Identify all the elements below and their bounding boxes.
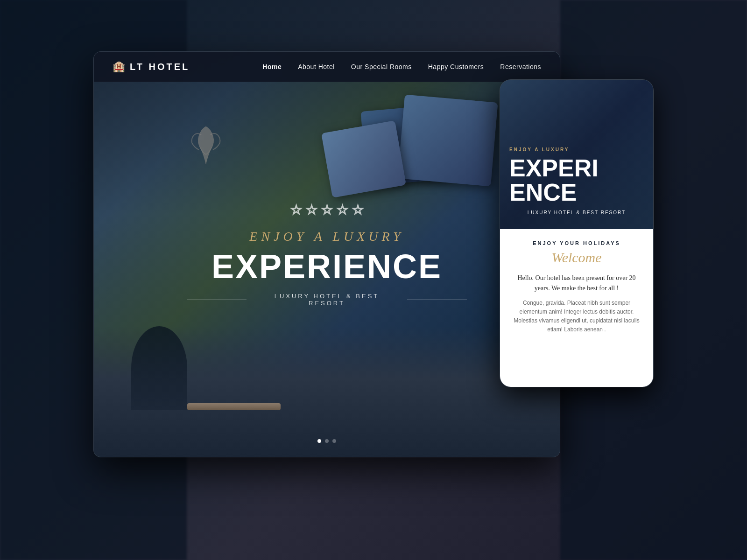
resort-subtitle: LUXURY HOTEL & BEST RESORT: [256, 293, 398, 307]
navbar: 🏨 LT HOTEL Home About Hotel Our Special …: [94, 52, 560, 82]
experience-title: EXPERIENCE: [187, 250, 467, 283]
mobile-hero-content: ENJOY A LUXURY EXPERIENCE LUXURY HOTEL &…: [509, 147, 644, 215]
mobile-enjoy-label: ENJOY A LUXURY: [509, 147, 644, 152]
divider-left: [187, 300, 247, 300]
nav-item-about[interactable]: About Hotel: [298, 63, 335, 71]
coral-decoration: [187, 122, 225, 170]
star-2: ☆: [306, 202, 317, 217]
dot-1[interactable]: [317, 439, 321, 443]
nav-item-customers[interactable]: Happy Customers: [428, 63, 484, 71]
dot-3[interactable]: [332, 439, 336, 443]
nav-link-reservations[interactable]: Reservations: [500, 63, 541, 70]
hotel-logo-icon: 🏨: [113, 61, 125, 73]
star-4: ☆: [337, 202, 348, 217]
mobile-enjoy-holidays-label: ENJOY YOUR HOLIDAYS: [509, 240, 644, 246]
mobile-content: ENJOY YOUR HOLIDAYS Welcome Hello. Our h…: [500, 229, 653, 387]
star-3: ☆: [321, 202, 333, 217]
pillow-3: [321, 120, 406, 198]
mobile-mockup: ENJOY A LUXURY EXPERIENCE LUXURY HOTEL &…: [500, 79, 654, 387]
desktop-mockup: 🏨 LT HOTEL Home About Hotel Our Special …: [93, 51, 560, 457]
nav-link-rooms[interactable]: Our Special Rooms: [351, 63, 412, 70]
nav-link-about[interactable]: About Hotel: [298, 63, 335, 70]
mobile-resort-text: LUXURY HOTEL & BEST RESORT: [509, 210, 644, 215]
mobile-experience-title: EXPERIENCE: [509, 156, 644, 204]
mobile-body-text: Congue, gravida. Placeat nibh sunt sempe…: [509, 299, 644, 335]
star-5: ☆: [352, 202, 364, 217]
mobile-main-text: Hello. Our hotel has been present for ov…: [509, 273, 644, 294]
table-items: [164, 364, 396, 410]
mobile-hero: ENJOY A LUXURY EXPERIENCE LUXURY HOTEL &…: [500, 80, 653, 229]
mobile-welcome-title: Welcome: [509, 250, 644, 266]
nav-link-customers[interactable]: Happy Customers: [428, 63, 484, 70]
divider-right: [407, 300, 467, 300]
nav-links: Home About Hotel Our Special Rooms Happy…: [262, 63, 541, 71]
tray: [187, 403, 281, 410]
stars-row: ☆ ☆ ☆ ☆ ☆: [187, 202, 467, 217]
nav-dots: [317, 439, 336, 443]
dot-2[interactable]: [325, 439, 329, 443]
enjoy-luxury-label: ENJOY A LUXURY: [187, 229, 467, 244]
logo-area[interactable]: 🏨 LT HOTEL: [113, 61, 190, 73]
nav-link-home[interactable]: Home: [262, 63, 282, 70]
divider-row: LUXURY HOTEL & BEST RESORT: [187, 293, 467, 307]
hero-content: ☆ ☆ ☆ ☆ ☆ ENJOY A LUXURY EXPERIENCE LUXU…: [187, 202, 467, 307]
pillow-2: [398, 95, 498, 187]
scene-container: 🏨 LT HOTEL Home About Hotel Our Special …: [93, 51, 654, 509]
nav-item-reservations[interactable]: Reservations: [500, 63, 541, 71]
logo-text: LT HOTEL: [130, 62, 190, 72]
star-1: ☆: [290, 202, 302, 217]
nav-item-home[interactable]: Home: [262, 63, 282, 71]
nav-item-rooms[interactable]: Our Special Rooms: [351, 63, 412, 71]
